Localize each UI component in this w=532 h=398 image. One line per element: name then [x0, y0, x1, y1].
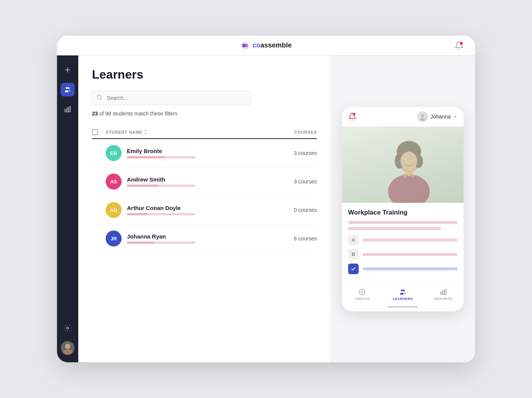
svg-point-3 [460, 42, 463, 45]
sidebar-add-button[interactable] [61, 63, 74, 77]
svg-rect-8 [65, 109, 66, 112]
students-list: EB Emily Bronte 3 courses AS Andrew Smit… [92, 139, 317, 253]
filter-text: 23 of 98 students match these filters [92, 111, 317, 117]
phone-hero-image [342, 127, 464, 203]
svg-point-6 [66, 87, 68, 89]
sidebar [57, 55, 78, 362]
filter-suffix: of 98 students match these filters [99, 111, 177, 117]
app-logo: coassemble [240, 41, 291, 51]
phone-reports-icon [440, 288, 447, 296]
student-courses-as: 3 courses [279, 178, 317, 185]
student-courses-ad: 0 courses [279, 207, 317, 213]
logo-co: co [252, 41, 260, 49]
svg-line-15 [101, 98, 102, 100]
student-info-ad: Arthur Conan Doyle [127, 205, 279, 215]
phone-avatar [417, 111, 428, 122]
phone-line-1 [348, 221, 458, 224]
option-a-letter: A [348, 235, 359, 245]
student-courses-eb: 3 courses [279, 150, 317, 156]
page-title: Learners [92, 68, 317, 82]
user-avatar-sidebar[interactable] [61, 341, 74, 355]
col-student-name-label: STUDENT NAME [106, 130, 142, 134]
phone-frame: Johanna [342, 107, 464, 311]
phone-nav-learners[interactable]: LEARNERS [383, 288, 423, 301]
sidebar-reports-button[interactable] [61, 103, 74, 116]
svg-point-2 [244, 44, 248, 47]
phone-header: Johanna [342, 107, 464, 127]
phone-options: A B [348, 235, 458, 274]
table-header: STUDENT NAME ▲▼ COURSES [92, 126, 317, 139]
student-row-as[interactable]: AS Andrew Smith 3 courses [92, 167, 317, 196]
student-name-ad: Arthur Conan Doyle [127, 205, 279, 211]
svg-point-11 [67, 327, 69, 329]
phone-body: Workplace Training A B [342, 203, 464, 284]
browser-bar: coassemble [57, 36, 475, 55]
student-row-ad[interactable]: AD Arthur Conan Doyle 0 courses [92, 196, 317, 224]
progress-bar-bg-ad [127, 213, 195, 215]
chevron-down-icon [453, 114, 458, 119]
student-avatar-as: AS [106, 174, 122, 190]
svg-rect-9 [67, 108, 68, 112]
progress-bar-bg-jr [127, 242, 195, 244]
option-a-bar [363, 238, 458, 242]
svg-rect-35 [440, 292, 442, 295]
phone-course-title: Workplace Training [348, 209, 458, 216]
right-panel: Johanna [331, 55, 475, 362]
option-c-letter [348, 264, 359, 274]
svg-point-18 [421, 114, 424, 117]
filter-count: 23 [92, 111, 98, 117]
student-info-eb: Emily Bronte [127, 148, 279, 158]
search-bar [92, 91, 252, 105]
student-avatar-ad: AD [106, 202, 122, 218]
student-avatar-jr: JR [106, 231, 122, 246]
option-b-letter: B [348, 249, 359, 260]
svg-point-12 [65, 344, 70, 349]
svg-rect-37 [445, 289, 446, 294]
select-all-col [92, 129, 106, 135]
phone-bottom-nav: CREATE LEARNERS [342, 284, 464, 303]
phone-line-2 [348, 227, 441, 230]
search-input[interactable] [92, 91, 252, 105]
search-icon [97, 94, 103, 102]
phone-nav-learners-label: LEARNERS [393, 297, 413, 301]
phone-nav-reports[interactable]: REPORTS [423, 288, 464, 301]
student-row-jr[interactable]: JR Johanna Ryan 6 courses [92, 224, 317, 253]
student-info-as: Andrew Smith [127, 176, 279, 187]
student-courses-jr: 6 courses [279, 235, 317, 242]
tablet-frame: coassemble [57, 36, 475, 362]
svg-point-7 [68, 87, 70, 89]
phone-nav-reports-label: REPORTS [434, 297, 452, 301]
sort-arrows[interactable]: ▲▼ [144, 129, 147, 135]
phone-nav-create[interactable]: CREATE [342, 288, 383, 301]
phone-user-menu[interactable]: Johanna [417, 111, 458, 122]
select-all-checkbox[interactable] [92, 129, 98, 135]
phone-notification-bell[interactable] [348, 112, 356, 121]
progress-bar-fill-eb [127, 156, 165, 158]
col-student-name-header: STUDENT NAME ▲▼ [106, 129, 279, 135]
option-c-bar [363, 267, 458, 270]
phone-home-indicator [388, 306, 418, 308]
phone-option-c [348, 264, 458, 274]
svg-rect-10 [69, 107, 70, 112]
student-name-eb: Emily Bronte [127, 148, 279, 154]
logo-assemble: assemble [260, 41, 291, 49]
logo-text: coassemble [252, 41, 291, 49]
phone-option-a: A [348, 235, 458, 245]
progress-bar-bg-as [127, 185, 195, 187]
student-info-jr: Johanna Ryan [127, 233, 279, 244]
phone-username: Johanna [430, 114, 451, 120]
student-row-eb[interactable]: EB Emily Bronte 3 courses [92, 139, 317, 167]
student-name-jr: Johanna Ryan [127, 233, 279, 240]
phone-nav-create-label: CREATE [355, 297, 370, 301]
svg-point-14 [97, 95, 101, 99]
progress-bar-fill-as [127, 185, 158, 187]
sidebar-learners-button[interactable] [61, 83, 74, 96]
student-avatar-eb: EB [106, 145, 122, 161]
sidebar-settings-button[interactable] [61, 321, 74, 335]
svg-rect-36 [443, 290, 444, 294]
option-b-bar [363, 253, 458, 256]
learners-content: Learners 23 of 98 students match these f… [78, 55, 331, 362]
student-name-as: Andrew Smith [127, 176, 279, 183]
col-courses-header: COURSES [279, 130, 317, 134]
notification-bell-header[interactable] [454, 41, 464, 50]
